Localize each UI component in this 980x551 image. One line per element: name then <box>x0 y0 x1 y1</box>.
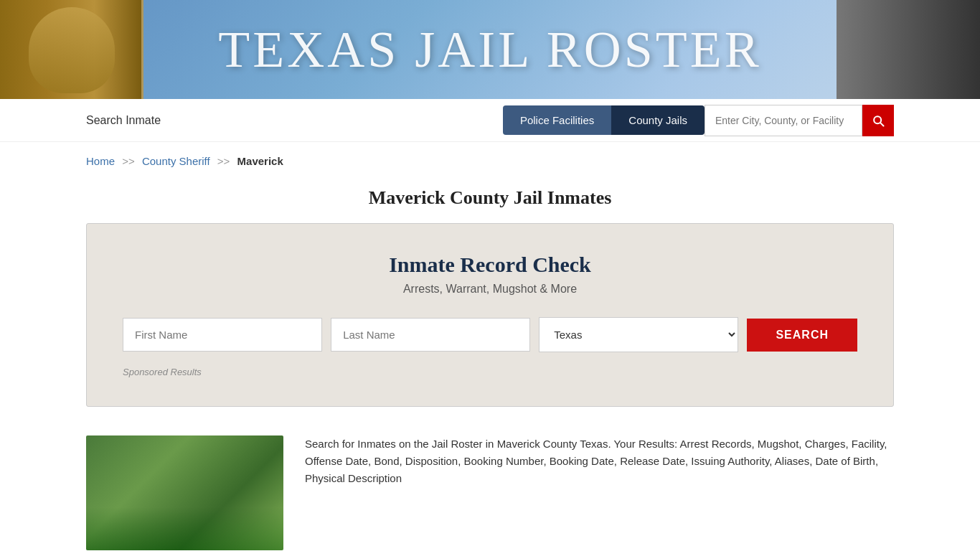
breadcrumb-county-sheriff-link[interactable]: County Sheriff <box>142 155 210 167</box>
facility-search-input[interactable] <box>705 105 862 136</box>
inmate-search-button[interactable]: SEARCH <box>747 319 857 352</box>
breadcrumb-sep1: >> <box>122 155 135 167</box>
search-form-row: AlabamaAlaskaArizonaArkansasCaliforniaCo… <box>123 317 857 352</box>
nav-search-label: Search Inmate <box>86 114 161 127</box>
facility-search-button[interactable] <box>862 105 894 136</box>
state-select[interactable]: AlabamaAlaskaArizonaArkansasCaliforniaCo… <box>539 317 738 352</box>
banner-left-image <box>0 0 143 99</box>
county-jails-button[interactable]: County Jails <box>611 105 705 135</box>
first-name-input[interactable] <box>123 318 322 352</box>
breadcrumb-current: Maverick <box>237 155 283 167</box>
bottom-description: Search for Inmates on the Jail Roster in… <box>305 435 894 550</box>
page-title: Maverick County Jail Inmates <box>0 180 980 223</box>
banner-right-image <box>837 0 980 99</box>
police-facilities-button[interactable]: Police Facilities <box>503 105 611 135</box>
inmate-record-check-title: Inmate Record Check <box>123 253 857 277</box>
location-image <box>86 435 283 550</box>
search-icon <box>871 113 885 128</box>
header-banner: Texas Jail Roster <box>0 0 980 99</box>
nav-bar: Search Inmate Police Facilities County J… <box>0 99 980 142</box>
sponsored-results-label: Sponsored Results <box>123 367 857 377</box>
last-name-input[interactable] <box>331 318 530 352</box>
bottom-content: Search for Inmates on the Jail Roster in… <box>86 428 894 550</box>
breadcrumb-home-link[interactable]: Home <box>86 155 115 167</box>
banner-title: Texas Jail Roster <box>218 20 761 80</box>
nav-buttons: Police Facilities County Jails <box>503 105 894 136</box>
inmate-search-section: Inmate Record Check Arrests, Warrant, Mu… <box>86 223 894 407</box>
inmate-record-check-subtitle: Arrests, Warrant, Mugshot & More <box>123 283 857 296</box>
breadcrumb: Home >> County Sheriff >> Maverick <box>0 142 980 180</box>
breadcrumb-sep2: >> <box>217 155 230 167</box>
